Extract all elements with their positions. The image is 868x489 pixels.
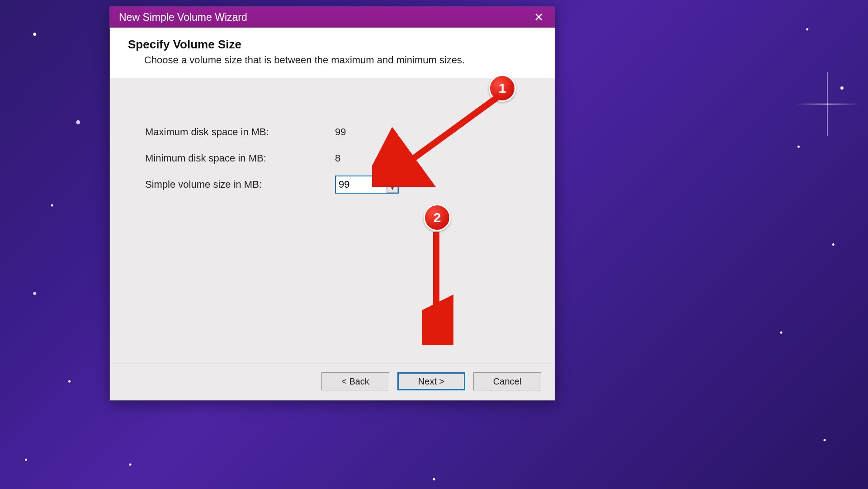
annotation-badge-1: 1 <box>489 75 516 102</box>
max-disk-value: 99 <box>335 126 425 138</box>
titlebar[interactable]: New Simple Volume Wizard ✕ <box>110 7 555 28</box>
page-title: Specify Volume Size <box>128 38 537 52</box>
close-icon[interactable]: ✕ <box>530 9 547 25</box>
next-button[interactable]: Next > <box>397 372 465 390</box>
volume-size-spinner[interactable]: ▲ ▼ <box>335 176 399 194</box>
page-subtitle: Choose a volume size that is between the… <box>128 54 537 66</box>
cancel-button[interactable]: Cancel <box>473 372 541 390</box>
window-title: New Simple Volume Wizard <box>119 11 247 24</box>
spinner-down-icon[interactable]: ▼ <box>387 185 398 193</box>
max-disk-label: Maximum disk space in MB: <box>145 126 335 138</box>
min-disk-value: 8 <box>335 152 425 164</box>
row-volume-size: Simple volume size in MB: ▲ ▼ <box>145 171 528 198</box>
annotation-badge-2: 2 <box>424 204 451 231</box>
wizard-body: Maximum disk space in MB: 99 Minimum dis… <box>110 78 555 362</box>
volume-size-label: Simple volume size in MB: <box>145 179 335 190</box>
wizard-dialog: New Simple Volume Wizard ✕ Specify Volum… <box>109 6 555 401</box>
annotation-arrow-2 <box>422 228 453 345</box>
spinner-up-icon[interactable]: ▲ <box>387 176 398 185</box>
back-button[interactable]: < Back <box>321 372 389 390</box>
volume-size-input[interactable] <box>336 176 387 193</box>
row-max-disk: Maximum disk space in MB: 99 <box>145 119 528 145</box>
wizard-footer: < Back Next > Cancel <box>110 362 555 400</box>
row-min-disk: Minimum disk space in MB: 8 <box>145 145 528 171</box>
min-disk-label: Minimum disk space in MB: <box>145 152 335 164</box>
wizard-header: Specify Volume Size Choose a volume size… <box>110 28 555 78</box>
